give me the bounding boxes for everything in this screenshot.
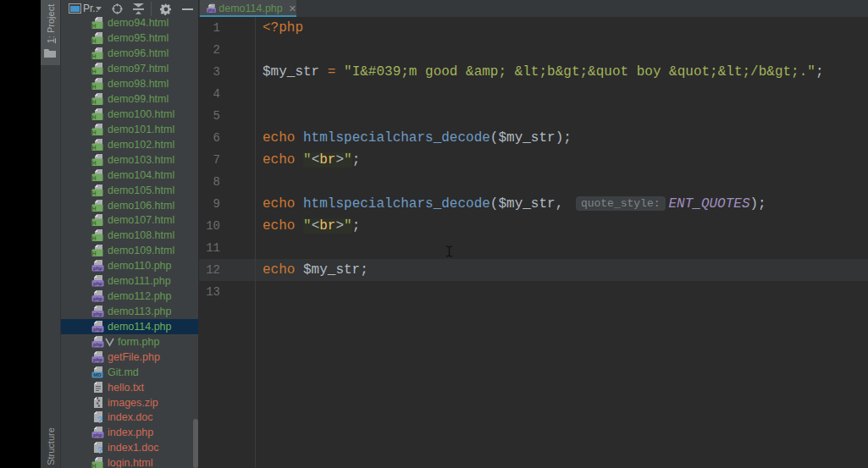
svg-text:H: H <box>91 69 96 74</box>
svg-text:H: H <box>91 84 96 90</box>
svg-text:H: H <box>91 144 96 150</box>
svg-text:H: H <box>91 53 96 59</box>
svg-text:H: H <box>91 38 96 44</box>
svg-text:H: H <box>91 174 96 180</box>
svg-text:php: php <box>93 281 102 286</box>
svg-text:H: H <box>91 235 96 241</box>
svg-text:?: ? <box>97 415 103 424</box>
svg-text:php: php <box>93 342 102 347</box>
svg-text:php: php <box>93 311 102 317</box>
svg-text:H: H <box>91 190 96 195</box>
svg-text:php: php <box>93 327 102 332</box>
svg-text:H: H <box>91 113 96 119</box>
svg-text:H: H <box>91 23 96 29</box>
svg-text:php: php <box>93 266 102 271</box>
svg-text:MD: MD <box>93 372 102 377</box>
svg-text:H: H <box>91 251 96 256</box>
svg-text:php: php <box>93 432 102 438</box>
svg-text:H: H <box>91 159 96 165</box>
svg-text:H: H <box>91 129 96 135</box>
svg-text:H: H <box>91 205 96 211</box>
svg-text:H: H <box>91 463 96 468</box>
svg-text:php: php <box>93 357 102 362</box>
svg-text:php: php <box>207 8 215 13</box>
svg-text:H: H <box>91 99 96 105</box>
svg-text:H: H <box>91 220 96 226</box>
svg-text:php: php <box>93 296 102 301</box>
svg-text:?: ? <box>97 445 103 454</box>
